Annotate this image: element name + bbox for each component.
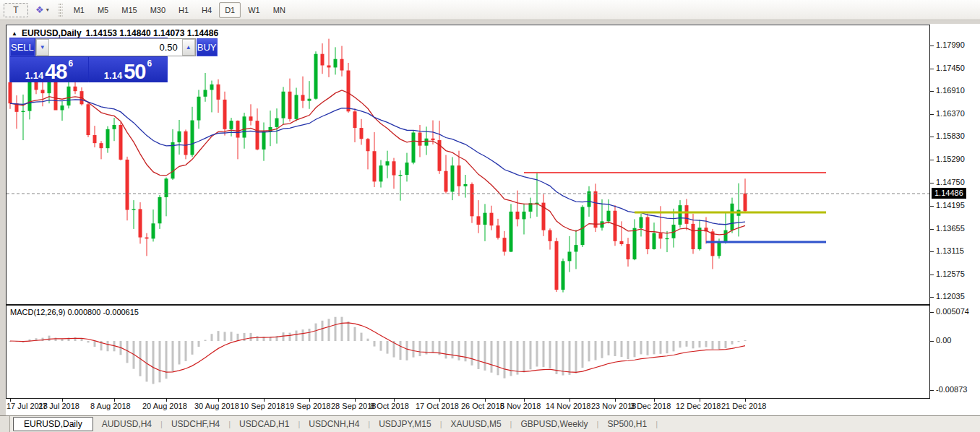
- current-price-tag: 1.14486: [932, 188, 966, 199]
- main-price-plot[interactable]: ▲ EURUSD,Daily 1.14153 1.14840 1.14073 1…: [6, 25, 930, 305]
- timeframe-button-w1[interactable]: W1: [242, 2, 266, 18]
- toolbar-grip[interactable]: [58, 3, 63, 17]
- chart-ohlc-values: 1.14153 1.14840 1.14073 1.14486: [86, 28, 219, 38]
- macd-axis-label: 0.005074: [936, 307, 969, 316]
- price-axis-label-tick: [930, 46, 934, 46]
- date-axis-label: 30 Aug 2018: [194, 402, 239, 410]
- price-axis-label-tick: [930, 114, 934, 115]
- ask-prefix: 1.14: [104, 70, 122, 81]
- macd-axis-label-tick: [930, 312, 934, 313]
- price-axis-label: 1.14195: [936, 201, 965, 209]
- symbol-marker-icon: ▲: [12, 30, 17, 37]
- price-axis-label-tick: [930, 160, 934, 160]
- macd-axis-label: 0.00: [936, 336, 951, 345]
- price-axis-label-tick: [930, 137, 934, 137]
- date-axis-label: 20 Aug 2018: [142, 402, 187, 410]
- timeframe-button-m30[interactable]: M30: [145, 2, 171, 18]
- timeframe-button-d1[interactable]: D1: [219, 2, 241, 18]
- macd-axis-label-tick: [930, 341, 934, 342]
- volume-input[interactable]: [49, 39, 182, 56]
- macd-indicator-pane[interactable]: MACD(12,26,9) 0.000800 -0.000615: [6, 305, 930, 399]
- timeframe-button-h4[interactable]: H4: [196, 2, 218, 18]
- price-axis[interactable]: 1.179901.174501.169101.163701.158301.152…: [930, 24, 980, 415]
- timeframe-button-mn[interactable]: MN: [267, 2, 291, 18]
- bid-big-digits: 48: [45, 62, 66, 81]
- price-axis-label-tick: [930, 251, 934, 252]
- date-axis-label: 8 Oct 2018: [370, 402, 409, 410]
- price-axis-label-tick: [930, 183, 934, 183]
- price-axis-label: 1.15290: [936, 155, 965, 163]
- ask-quote[interactable]: 1.14 50 6: [89, 57, 167, 82]
- date-axis-label: 27 Jul 2018: [38, 402, 79, 410]
- chart-symbol-label: EURUSD,Daily: [22, 28, 82, 38]
- macd-chart[interactable]: [7, 306, 929, 398]
- volume-decrease-button[interactable]: ▼: [36, 39, 49, 56]
- date-axis-label: 21 Dec 2018: [721, 402, 766, 410]
- ask-pip-digit: 6: [147, 60, 152, 67]
- price-axis-label: 1.13115: [936, 246, 964, 255]
- price-axis-label: 1.16910: [936, 86, 965, 95]
- macd-axis-label: -0.00873: [936, 385, 967, 394]
- price-axis-label: 1.16370: [936, 109, 965, 118]
- tab-corner: [0, 416, 10, 432]
- date-axis-label: 26 Oct 2018: [461, 402, 504, 410]
- chart-tab-gbpusd[interactable]: GBPUSD,Weekly: [512, 418, 596, 431]
- text-tool-button[interactable]: T: [4, 3, 28, 17]
- timeframe-button-group: M1M5M15M30H1H4D1W1MN: [67, 2, 292, 18]
- bid-prefix: 1.14: [25, 70, 43, 81]
- timeframe-button-h1[interactable]: H1: [173, 2, 194, 18]
- price-axis-label: 1.14750: [936, 178, 965, 186]
- date-axis-label: 8 Aug 2018: [90, 402, 131, 410]
- top-toolbar: T ❖ ▾ M1M5M15M30H1H4D1W1MN: [0, 0, 980, 20]
- volume-increase-button[interactable]: ▲: [182, 39, 195, 56]
- macd-axis-label-tick: [930, 390, 934, 391]
- price-axis-label-tick: [930, 91, 934, 92]
- bid-quote[interactable]: 1.14 48 6: [10, 57, 88, 82]
- chart-tab-eurusd[interactable]: EURUSD,Daily: [13, 417, 93, 431]
- date-axis-label: 17 Oct 2018: [416, 402, 459, 410]
- chart-tab-usdcad[interactable]: USDCAD,H1: [231, 418, 298, 431]
- price-axis-label: 1.12575: [936, 269, 965, 278]
- bid-pip-digit: 6: [68, 60, 73, 67]
- date-axis-label: 14 Nov 2018: [546, 402, 590, 410]
- arrows-icon: ❖: [35, 4, 44, 15]
- timeframe-button-m5[interactable]: M5: [92, 2, 114, 18]
- date-axis-label: 10 Sep 2018: [240, 402, 285, 410]
- chart-tab-sp500[interactable]: SP500,H1: [598, 418, 656, 431]
- price-axis-label: 1.17990: [936, 40, 965, 49]
- chart-tab-bar: EURUSD,DailyAUDUSD,H4|USDCHF,H4|USDCAD,H…: [0, 415, 980, 432]
- price-axis-label: 1.17450: [936, 64, 965, 72]
- chart-tab-audusd[interactable]: AUDUSD,H4: [93, 418, 160, 431]
- price-axis-label: 1.13655: [936, 224, 965, 233]
- buy-button[interactable]: BUY: [197, 38, 218, 56]
- tab-separator: |: [656, 420, 658, 428]
- date-axis-label: 3 Dec 2018: [630, 402, 671, 410]
- chart-tab-usdchf[interactable]: USDCHF,H4: [163, 418, 228, 431]
- price-axis-label-tick: [930, 206, 934, 207]
- date-axis-label: 19 Sep 2018: [285, 402, 330, 410]
- date-axis[interactable]: 17 Jul 201827 Jul 20188 Aug 201820 Aug 2…: [6, 399, 930, 415]
- price-axis-label-tick: [930, 275, 934, 275]
- price-axis-label: 1.12035: [936, 292, 965, 301]
- chart-tab-xauusd[interactable]: XAUUSD,M5: [442, 418, 510, 431]
- price-axis-label-tick: [930, 69, 934, 69]
- price-axis-label-tick: [930, 229, 934, 230]
- chart-window: ▲ EURUSD,Daily 1.14153 1.14840 1.14073 1…: [6, 24, 980, 415]
- timeframe-button-m1[interactable]: M1: [68, 2, 90, 18]
- macd-label: MACD(12,26,9) 0.000800 -0.000615: [10, 308, 139, 316]
- chart-title: ▲ EURUSD,Daily 1.14153 1.14840 1.14073 1…: [12, 28, 218, 38]
- price-axis-label-tick: [930, 297, 934, 298]
- date-axis-label: 5 Nov 2018: [500, 402, 541, 410]
- volume-spinner: ▼ ▲: [35, 38, 196, 56]
- arrows-dropdown-button[interactable]: ❖ ▾: [35, 4, 49, 15]
- date-axis-label: 12 Dec 2018: [676, 402, 721, 410]
- one-click-trading-panel: SELL ▼ ▲ BUY 1.14 48 6 1.14 50 6: [9, 38, 168, 82]
- chart-tab-usdcnh[interactable]: USDCNH,H4: [300, 418, 368, 431]
- chevron-down-icon: ▾: [46, 7, 49, 13]
- timeframe-button-m15[interactable]: M15: [116, 2, 142, 18]
- price-axis-label: 1.15830: [936, 131, 965, 140]
- chart-tab-usdjpy[interactable]: USDJPY,M15: [370, 418, 439, 431]
- ask-big-digits: 50: [124, 62, 145, 81]
- sell-button[interactable]: SELL: [10, 38, 35, 56]
